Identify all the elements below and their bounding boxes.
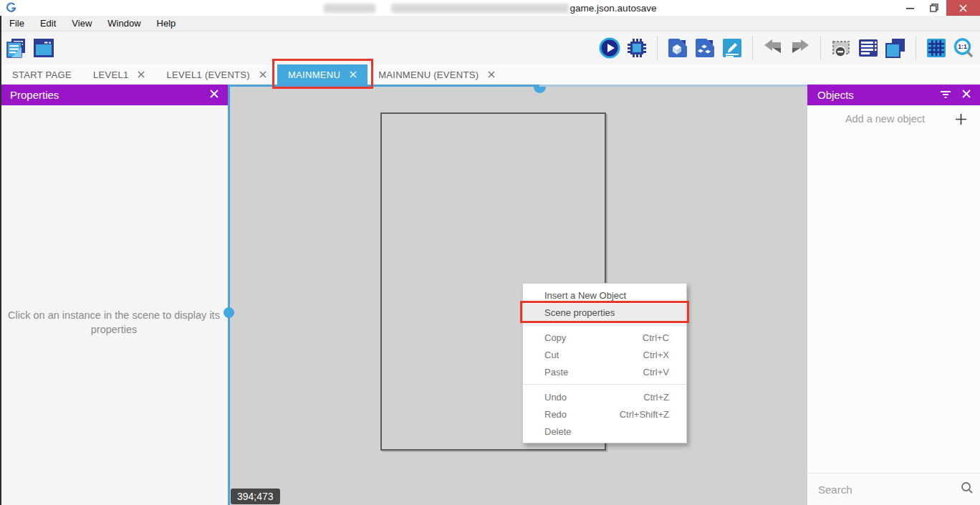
menu-bar: File Edit View Window Help	[0, 16, 980, 32]
add-object-icon[interactable]	[667, 37, 688, 59]
scene-editor-canvas[interactable]: 394;473 Insert a New Object Scene proper…	[228, 85, 807, 505]
horizontal-split-line[interactable]	[228, 85, 539, 87]
add-object-row[interactable]: Add a new object	[807, 105, 980, 133]
context-menu-item-insert-new-object[interactable]: Insert a New Object	[523, 287, 686, 304]
close-window-button[interactable]	[946, 0, 980, 16]
tab-label: START PAGE	[12, 69, 72, 80]
vertical-split-handle[interactable]	[224, 307, 234, 318]
instances-list-icon[interactable]	[858, 37, 879, 59]
context-menu-item-undo[interactable]: Undo Ctrl+Z	[523, 388, 686, 405]
layers-icon[interactable]	[885, 37, 906, 59]
close-panel-icon[interactable]	[209, 89, 219, 102]
redacted-text	[324, 4, 375, 13]
toolbar-divider	[820, 36, 821, 60]
context-menu-separator	[523, 324, 686, 325]
objects-panel-header: Objects	[807, 85, 980, 105]
window-left-edge	[0, 16, 1, 505]
properties-panel-title: Properties	[10, 89, 209, 101]
restore-button[interactable]	[922, 0, 946, 16]
properties-panel: Properties Click on an instance in the s…	[0, 85, 228, 505]
context-menu-item-delete[interactable]: Delete	[523, 423, 686, 440]
horizontal-split-handle[interactable]	[534, 87, 546, 93]
properties-panel-header: Properties	[0, 85, 228, 105]
toolbar-divider	[657, 36, 658, 60]
cursor-coordinates-badge: 394;473	[231, 489, 280, 504]
grid-icon[interactable]	[926, 37, 947, 59]
search-icon[interactable]	[961, 481, 974, 497]
tab-label: LEVEL1	[93, 69, 129, 80]
menu-help[interactable]: Help	[149, 16, 184, 31]
context-menu-item-redo[interactable]: Redo Ctrl+Shift+Z	[523, 405, 686, 423]
add-object-label: Add a new object	[822, 113, 948, 125]
undo-icon[interactable]	[762, 37, 784, 59]
objects-search-bar	[807, 473, 980, 505]
close-tab-icon[interactable]	[488, 71, 495, 78]
title-bar: game.json.autosave	[0, 0, 980, 16]
toolbar-divider	[752, 36, 753, 60]
tab-mainmenu-events[interactable]: MAINMENU (EVENTS)	[368, 64, 506, 85]
tab-label: MAINMENU (EVENTS)	[378, 69, 479, 80]
zoom-1-1-icon[interactable]: 1:1	[953, 37, 974, 59]
project-manager-icon[interactable]	[6, 37, 27, 59]
close-tab-icon[interactable]	[138, 71, 145, 78]
tab-label: MAINMENU	[288, 69, 340, 80]
filter-icon[interactable]	[940, 89, 951, 102]
toolbar-divider	[916, 36, 916, 60]
plus-icon[interactable]	[948, 113, 973, 125]
play-preview-icon[interactable]	[599, 37, 620, 59]
close-panel-icon[interactable]	[961, 89, 971, 102]
menu-window[interactable]: Window	[100, 16, 148, 31]
context-menu-item-paste[interactable]: Paste Ctrl+V	[523, 363, 686, 380]
mask-toggle-icon[interactable]	[830, 37, 852, 59]
tab-level1-events[interactable]: LEVEL1 (EVENTS)	[155, 64, 277, 85]
menu-view[interactable]: View	[64, 16, 100, 31]
add-multiple-objects-icon[interactable]	[694, 37, 716, 59]
redo-icon[interactable]	[789, 37, 811, 59]
menu-file[interactable]: File	[1, 16, 32, 31]
tab-label: LEVEL1 (EVENTS)	[166, 69, 250, 80]
search-input[interactable]	[818, 484, 961, 496]
objects-panel: Objects Add a new object	[807, 85, 980, 505]
tab-level1[interactable]: LEVEL1	[82, 64, 156, 85]
objects-panel-title: Objects	[817, 89, 940, 101]
tab-bar: START PAGE LEVEL1 LEVEL1 (EVENTS) MAINME…	[0, 64, 980, 85]
tab-start-page[interactable]: START PAGE	[1, 64, 82, 85]
window-title-text: game.json.autosave	[570, 3, 657, 14]
vertical-split-line[interactable]	[228, 85, 230, 505]
horizontal-split-line[interactable]	[539, 85, 807, 87]
properties-placeholder-message: Click on an instance in the scene to dis…	[6, 308, 221, 337]
context-menu-item-scene-properties[interactable]: Scene properties	[523, 304, 686, 321]
scene-window-icon[interactable]	[33, 37, 54, 59]
close-tab-icon[interactable]	[259, 71, 266, 78]
window-title: game.json.autosave	[0, 0, 980, 16]
menu-edit[interactable]: Edit	[32, 16, 64, 31]
edit-scene-icon[interactable]	[721, 37, 743, 59]
context-menu-separator	[523, 384, 686, 385]
context-menu-item-cut[interactable]: Cut Ctrl+X	[523, 346, 686, 363]
redacted-text	[391, 4, 569, 13]
close-tab-icon[interactable]	[350, 71, 357, 78]
debug-icon[interactable]	[626, 37, 648, 59]
svg-text:1:1: 1:1	[958, 43, 967, 50]
tab-mainmenu[interactable]: MAINMENU	[277, 64, 368, 85]
toolbar: 1:1	[0, 32, 980, 64]
context-menu: Insert a New Object Scene properties Cop…	[522, 283, 687, 443]
minimize-button[interactable]	[898, 0, 922, 16]
context-menu-item-copy[interactable]: Copy Ctrl+C	[523, 329, 686, 346]
